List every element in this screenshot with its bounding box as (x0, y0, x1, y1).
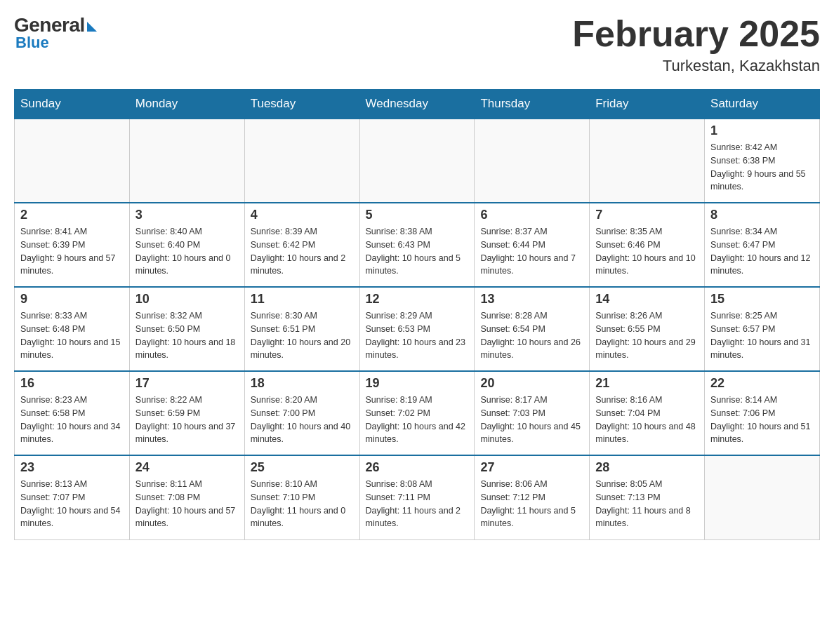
calendar-week-row: 1Sunrise: 8:42 AMSunset: 6:38 PMDaylight… (15, 119, 820, 203)
calendar-cell: 19Sunrise: 8:19 AMSunset: 7:02 PMDayligh… (359, 371, 475, 455)
day-number: 1 (710, 123, 814, 138)
calendar-cell: 13Sunrise: 8:28 AMSunset: 6:54 PMDayligh… (475, 287, 590, 371)
day-number: 8 (710, 208, 814, 222)
day-number: 20 (480, 376, 583, 391)
calendar-cell: 18Sunrise: 8:20 AMSunset: 7:00 PMDayligh… (244, 371, 359, 455)
calendar-week-row: 9Sunrise: 8:33 AMSunset: 6:48 PMDaylight… (15, 287, 820, 371)
calendar-cell: 11Sunrise: 8:30 AMSunset: 6:51 PMDayligh… (244, 287, 359, 371)
day-info: Sunrise: 8:30 AMSunset: 6:51 PMDaylight:… (251, 309, 354, 362)
calendar-cell: 21Sunrise: 8:16 AMSunset: 7:04 PMDayligh… (590, 371, 705, 455)
calendar-cell: 20Sunrise: 8:17 AMSunset: 7:03 PMDayligh… (475, 371, 590, 455)
calendar-cell: 7Sunrise: 8:35 AMSunset: 6:46 PMDaylight… (590, 203, 705, 287)
day-info: Sunrise: 8:35 AMSunset: 6:46 PMDaylight:… (595, 225, 699, 278)
logo: General Blue (14, 14, 97, 52)
day-info: Sunrise: 8:26 AMSunset: 6:55 PMDaylight:… (595, 309, 699, 362)
day-info: Sunrise: 8:23 AMSunset: 6:58 PMDaylight:… (20, 394, 124, 446)
calendar-cell: 14Sunrise: 8:26 AMSunset: 6:55 PMDayligh… (590, 287, 705, 371)
day-info: Sunrise: 8:41 AMSunset: 6:39 PMDaylight:… (20, 225, 124, 278)
day-info: Sunrise: 8:32 AMSunset: 6:50 PMDaylight:… (135, 309, 239, 362)
calendar-cell: 25Sunrise: 8:10 AMSunset: 7:10 PMDayligh… (244, 455, 359, 539)
calendar-cell: 15Sunrise: 8:25 AMSunset: 6:57 PMDayligh… (705, 287, 820, 371)
day-info: Sunrise: 8:42 AMSunset: 6:38 PMDaylight:… (710, 141, 814, 194)
calendar-cell (590, 119, 705, 203)
month-title: February 2025 (572, 14, 820, 54)
day-info: Sunrise: 8:13 AMSunset: 7:07 PMDaylight:… (20, 478, 124, 530)
calendar-cell: 28Sunrise: 8:05 AMSunset: 7:13 PMDayligh… (590, 455, 705, 539)
day-info: Sunrise: 8:08 AMSunset: 7:11 PMDaylight:… (366, 478, 469, 530)
calendar-cell: 9Sunrise: 8:33 AMSunset: 6:48 PMDaylight… (15, 287, 130, 371)
day-info: Sunrise: 8:05 AMSunset: 7:13 PMDaylight:… (595, 478, 699, 530)
column-header-tuesday: Tuesday (244, 90, 359, 119)
day-number: 26 (366, 460, 469, 475)
day-info: Sunrise: 8:40 AMSunset: 6:40 PMDaylight:… (135, 225, 239, 278)
calendar-cell: 17Sunrise: 8:22 AMSunset: 6:59 PMDayligh… (129, 371, 244, 455)
calendar-body: 1Sunrise: 8:42 AMSunset: 6:38 PMDaylight… (15, 119, 820, 539)
calendar-cell: 27Sunrise: 8:06 AMSunset: 7:12 PMDayligh… (475, 455, 590, 539)
day-number: 6 (480, 208, 583, 222)
day-info: Sunrise: 8:17 AMSunset: 7:03 PMDaylight:… (480, 394, 583, 446)
day-number: 16 (20, 376, 124, 391)
calendar-cell: 1Sunrise: 8:42 AMSunset: 6:38 PMDaylight… (705, 119, 820, 203)
day-number: 10 (135, 292, 239, 307)
day-info: Sunrise: 8:33 AMSunset: 6:48 PMDaylight:… (20, 309, 124, 362)
calendar-cell: 2Sunrise: 8:41 AMSunset: 6:39 PMDaylight… (15, 203, 130, 287)
day-number: 4 (251, 208, 354, 222)
calendar-week-row: 2Sunrise: 8:41 AMSunset: 6:39 PMDaylight… (15, 203, 820, 287)
day-number: 14 (595, 292, 699, 307)
day-info: Sunrise: 8:16 AMSunset: 7:04 PMDaylight:… (595, 394, 699, 446)
logo-blue-text: Blue (15, 34, 49, 52)
calendar-cell: 8Sunrise: 8:34 AMSunset: 6:47 PMDaylight… (705, 203, 820, 287)
day-number: 15 (710, 292, 814, 307)
day-number: 5 (366, 208, 469, 222)
day-number: 3 (135, 208, 239, 222)
calendar-cell: 3Sunrise: 8:40 AMSunset: 6:40 PMDaylight… (129, 203, 244, 287)
day-info: Sunrise: 8:29 AMSunset: 6:53 PMDaylight:… (366, 309, 469, 362)
calendar-cell: 6Sunrise: 8:37 AMSunset: 6:44 PMDaylight… (475, 203, 590, 287)
column-header-saturday: Saturday (705, 90, 820, 119)
calendar-cell: 4Sunrise: 8:39 AMSunset: 6:42 PMDaylight… (244, 203, 359, 287)
calendar-week-row: 16Sunrise: 8:23 AMSunset: 6:58 PMDayligh… (15, 371, 820, 455)
day-number: 22 (710, 376, 814, 391)
day-number: 18 (251, 376, 354, 391)
calendar-cell: 10Sunrise: 8:32 AMSunset: 6:50 PMDayligh… (129, 287, 244, 371)
day-info: Sunrise: 8:25 AMSunset: 6:57 PMDaylight:… (710, 309, 814, 362)
column-header-friday: Friday (590, 90, 705, 119)
location-text: Turkestan, Kazakhstan (572, 57, 820, 75)
column-header-sunday: Sunday (15, 90, 130, 119)
calendar-cell (129, 119, 244, 203)
calendar-cell: 24Sunrise: 8:11 AMSunset: 7:08 PMDayligh… (129, 455, 244, 539)
column-header-wednesday: Wednesday (359, 90, 475, 119)
calendar-cell: 5Sunrise: 8:38 AMSunset: 6:43 PMDaylight… (359, 203, 475, 287)
day-number: 27 (480, 460, 583, 475)
day-number: 19 (366, 376, 469, 391)
day-info: Sunrise: 8:22 AMSunset: 6:59 PMDaylight:… (135, 394, 239, 446)
calendar-cell: 26Sunrise: 8:08 AMSunset: 7:11 PMDayligh… (359, 455, 475, 539)
column-header-thursday: Thursday (475, 90, 590, 119)
day-number: 12 (366, 292, 469, 307)
calendar-cell (705, 455, 820, 539)
calendar-cell (475, 119, 590, 203)
day-number: 21 (595, 376, 699, 391)
day-number: 17 (135, 376, 239, 391)
day-number: 7 (595, 208, 699, 222)
day-info: Sunrise: 8:19 AMSunset: 7:02 PMDaylight:… (366, 394, 469, 446)
calendar-cell: 16Sunrise: 8:23 AMSunset: 6:58 PMDayligh… (15, 371, 130, 455)
column-header-monday: Monday (129, 90, 244, 119)
day-info: Sunrise: 8:34 AMSunset: 6:47 PMDaylight:… (710, 225, 814, 278)
calendar-header-row: SundayMondayTuesdayWednesdayThursdayFrid… (15, 90, 820, 119)
day-number: 25 (251, 460, 354, 475)
day-number: 13 (480, 292, 583, 307)
logo-triangle-icon (87, 22, 97, 32)
day-number: 24 (135, 460, 239, 475)
day-number: 28 (595, 460, 699, 475)
day-number: 9 (20, 292, 124, 307)
day-info: Sunrise: 8:39 AMSunset: 6:42 PMDaylight:… (251, 225, 354, 278)
day-number: 2 (20, 208, 124, 222)
day-info: Sunrise: 8:38 AMSunset: 6:43 PMDaylight:… (366, 225, 469, 278)
calendar-cell: 23Sunrise: 8:13 AMSunset: 7:07 PMDayligh… (15, 455, 130, 539)
day-info: Sunrise: 8:20 AMSunset: 7:00 PMDaylight:… (251, 394, 354, 446)
day-info: Sunrise: 8:28 AMSunset: 6:54 PMDaylight:… (480, 309, 583, 362)
page-header: General Blue February 2025 Turkestan, Ka… (14, 14, 820, 75)
calendar-cell: 22Sunrise: 8:14 AMSunset: 7:06 PMDayligh… (705, 371, 820, 455)
calendar-cell (15, 119, 130, 203)
